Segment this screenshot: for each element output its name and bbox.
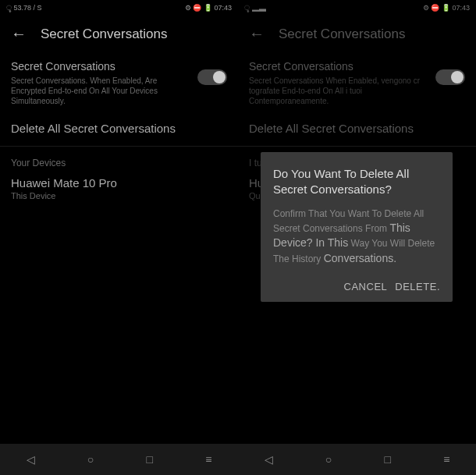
header: ← Secret Conversations xyxy=(238,16,476,52)
status-left: ৢ ▂▃ xyxy=(244,4,266,12)
delete-confirmation-dialog: Do You Want To Delete All Secret Convers… xyxy=(261,152,453,302)
back-icon[interactable]: ← xyxy=(11,25,27,43)
status-left: ৢ 53.78 / S xyxy=(6,4,42,12)
status-bar: ৢ ▂▃ ⚙ ⛔ 🔋 07:43 xyxy=(238,0,476,16)
delete-all-link[interactable]: Delete All Secret Conversations xyxy=(0,111,238,146)
page-title: Secret Conversations xyxy=(279,27,406,42)
nav-back-icon[interactable]: ◁ xyxy=(27,453,35,466)
setting-text: Secret Conversations Secret Conversation… xyxy=(249,60,435,106)
nav-home-icon[interactable]: ○ xyxy=(87,453,94,466)
secret-conversations-toggle[interactable] xyxy=(197,69,227,85)
status-right: ⚙ ⛔ 🔋 07:43 xyxy=(185,4,232,12)
device-row[interactable]: Huawei Mate 10 Pro This Device xyxy=(0,176,238,200)
setting-title: Secret Conversations xyxy=(11,60,190,73)
setting-desc: Secret Conversations When Enabled, vengo… xyxy=(249,76,428,106)
header: ← Secret Conversations xyxy=(0,16,238,52)
status-bar: ৢ 53.78 / S ⚙ ⛔ 🔋 07:43 xyxy=(0,0,238,16)
setting-text: Secret Conversations Secret Conversation… xyxy=(11,60,197,106)
status-right: ⚙ ⛔ 🔋 07:43 xyxy=(423,4,470,12)
dialog-title: Do You Want To Delete All Secret Convers… xyxy=(273,166,440,197)
devices-section-header: Your Devices xyxy=(0,147,238,176)
dialog-text-4: Conversations. xyxy=(324,252,396,264)
device-sub: This Device xyxy=(11,191,227,200)
nav-menu-icon[interactable]: ≡ xyxy=(443,453,449,466)
device-name: Huawei Mate 10 Pro xyxy=(11,176,227,190)
secret-conversations-toggle[interactable] xyxy=(435,69,465,85)
back-icon[interactable]: ← xyxy=(249,25,265,43)
nav-menu-icon[interactable]: ≡ xyxy=(205,453,211,466)
nav-bar: ◁ ○ □ ≡ xyxy=(238,444,476,475)
secret-conversations-setting: Secret Conversations Secret Conversation… xyxy=(0,52,238,111)
delete-all-link[interactable]: Delete All Secret Conversations xyxy=(238,111,476,146)
screen-left: ৢ 53.78 / S ⚙ ⛔ 🔋 07:43 ← Secret Convers… xyxy=(0,0,238,475)
nav-recent-icon[interactable]: □ xyxy=(385,453,391,466)
secret-conversations-setting: Secret Conversations Secret Conversation… xyxy=(238,52,476,111)
nav-bar: ◁ ○ □ ≡ xyxy=(0,444,238,475)
delete-button[interactable]: DELETE. xyxy=(395,281,440,292)
dialog-actions: CANCEL DELETE. xyxy=(273,281,440,292)
setting-title: Secret Conversations xyxy=(249,60,428,73)
page-title: Secret Conversations xyxy=(41,27,168,42)
cancel-button[interactable]: CANCEL xyxy=(344,281,388,292)
nav-home-icon[interactable]: ○ xyxy=(325,453,332,466)
nav-recent-icon[interactable]: □ xyxy=(147,453,153,466)
setting-desc: Secret Conversations. When Enabled, Are … xyxy=(11,76,190,106)
nav-back-icon[interactable]: ◁ xyxy=(265,453,273,466)
dialog-body: Confirm That You Want To Delete All Secr… xyxy=(273,207,440,267)
